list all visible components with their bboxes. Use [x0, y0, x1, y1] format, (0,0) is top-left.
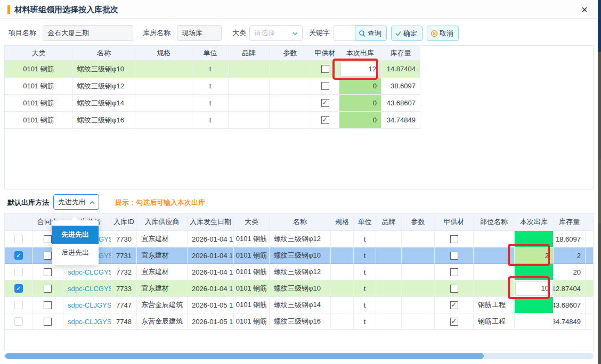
stock-cell: 38.6097	[381, 78, 420, 95]
category-select[interactable]: 请选择	[249, 25, 303, 41]
table-row[interactable]: sdpc-CLCGYSD2 7732 宜东建材 2026-01-04 1 010…	[5, 264, 594, 280]
owner-supplied-checkbox[interactable]	[321, 99, 329, 107]
stock-cell: 14.87404	[381, 61, 420, 78]
dialog-titlebar: 材料班组领用选择按入库批次 ✕	[0, 0, 598, 19]
table-row[interactable]: 0101 钢筋 螺纹三级钢φ14 t 0 43.68607	[5, 95, 420, 112]
col-header: 入库供应商	[137, 213, 188, 231]
outbound-qty-cell: 10	[515, 280, 554, 297]
contract-checkbox[interactable]	[44, 252, 52, 260]
warehouse-name-input[interactable]: 现场库	[177, 25, 222, 41]
spec-cell	[331, 313, 354, 330]
outbound-qty-cell: 12	[339, 61, 381, 78]
contract-checkbox[interactable]	[44, 318, 52, 326]
supplier-cell: 宜东建材	[137, 247, 188, 264]
order-no-link[interactable]: sdpc-CLJGYSD2	[63, 313, 111, 330]
owner-supplied-checkbox[interactable]	[450, 268, 458, 276]
order-no-link[interactable]: sdpc-CLCGYSD2	[63, 264, 111, 280]
outbound-qty-cell[interactable]: 0	[339, 112, 381, 129]
owner-supplied-checkbox[interactable]	[450, 235, 458, 243]
brand-cell	[376, 264, 402, 280]
col-header: 名称	[73, 46, 135, 61]
table-row[interactable]: sdpc-CLCGYSD2 7733 宜东建材 2026-01-04 1 010…	[5, 280, 594, 297]
outbound-qty-cell[interactable]: 0	[339, 95, 381, 112]
row-select-checkbox[interactable]	[14, 235, 23, 243]
owner-supplied-checkbox[interactable]	[321, 82, 329, 90]
category-cell: 0101 钢筋	[5, 112, 73, 129]
table-row[interactable]: sdpc-CLJGYSD2 7747 东营金辰建筑 2026-01-05 1 0…	[5, 297, 594, 313]
contract-cell	[33, 297, 63, 313]
outbound-qty-cell[interactable]: 2	[515, 247, 554, 264]
outbound-qty-input[interactable]: 12	[340, 62, 380, 77]
category-label: 大类	[232, 28, 246, 38]
outbound-qty-cell[interactable]	[515, 231, 554, 247]
date-cell: 2026-01-05 1	[188, 297, 234, 313]
tax-cell	[586, 247, 594, 264]
outbound-qty-cell[interactable]	[515, 264, 554, 280]
date-cell: 2026-01-04 1	[188, 280, 234, 297]
brand-cell	[229, 112, 270, 129]
owner-supplied-checkbox[interactable]	[450, 301, 458, 309]
name-cell: 螺纹三级钢φ10	[270, 280, 331, 297]
row-select-checkbox[interactable]	[14, 301, 23, 309]
outbound-qty-cell[interactable]	[515, 297, 554, 313]
part-cell: 钢筋工程	[474, 313, 515, 330]
cancel-button-label: 取消	[440, 26, 453, 40]
contract-checkbox[interactable]	[44, 285, 52, 293]
category-cell: 0101 钢筋	[234, 280, 270, 297]
owner-supplied-checkbox[interactable]	[321, 116, 329, 124]
horizontal-scrollbar[interactable]	[4, 353, 594, 359]
category-cell: 0101 钢筋	[234, 297, 270, 313]
default-method-select[interactable]: 先进先出	[53, 194, 99, 210]
query-button[interactable]: 查询	[355, 26, 387, 41]
owner-supplied-cell	[435, 247, 474, 264]
brand-cell	[229, 95, 270, 112]
spec-cell	[135, 95, 192, 112]
outbound-qty-cell[interactable]: 0	[339, 78, 381, 95]
order-no-link[interactable]: sdpc-CLJGYSD2	[63, 297, 111, 313]
brand-cell	[376, 280, 402, 297]
owner-supplied-checkbox[interactable]	[321, 65, 329, 73]
supplier-cell: 东营金辰建筑	[137, 313, 188, 330]
col-header: 单位	[354, 213, 376, 231]
row-select-checkbox[interactable]	[14, 268, 23, 276]
owner-supplied-checkbox[interactable]	[450, 285, 458, 293]
outbound-qty-input[interactable]: 10	[515, 281, 553, 296]
scrollbar-thumb[interactable]	[5, 353, 484, 359]
contract-checkbox[interactable]	[44, 235, 52, 243]
category-cell: 0101 钢筋	[234, 313, 270, 330]
contract-checkbox[interactable]	[44, 301, 52, 309]
contract-cell	[33, 313, 63, 330]
category-cell: 0101 钢筋	[5, 95, 73, 112]
confirm-button[interactable]: 确定	[391, 26, 423, 41]
dropdown-option-lifo[interactable]: 后进先出	[52, 244, 99, 262]
name-cell: 螺纹三级钢φ16	[73, 112, 135, 129]
param-cell	[402, 264, 435, 280]
owner-supplied-checkbox[interactable]	[450, 252, 458, 260]
project-name-input[interactable]: 金石大厦三期	[43, 25, 133, 41]
row-select-checkbox[interactable]	[14, 284, 23, 293]
table-row[interactable]: sdpc-CLJGYSD2 7748 东营金辰建筑 2026-01-05 1 0…	[5, 313, 594, 330]
col-header: 库存量	[554, 213, 586, 231]
table-row[interactable]: 0101 钢筋 螺纹三级钢φ12 t 0 38.6097	[5, 78, 420, 95]
col-header: 名称	[270, 213, 331, 231]
part-cell: 钢筋工程	[474, 297, 515, 313]
table-row[interactable]: 0101 钢筋 螺纹三级钢φ16 t 0 34.74849	[5, 112, 420, 129]
order-no-link[interactable]: sdpc-CLCGYSD2	[63, 280, 111, 297]
close-icon[interactable]: ✕	[579, 4, 590, 16]
owner-supplied-cell	[435, 280, 474, 297]
outbound-qty-cell[interactable]	[515, 313, 554, 330]
title-accent-bar	[7, 5, 10, 14]
category-cell: 0101 钢筋	[234, 247, 270, 264]
table-row[interactable]: 0101 钢筋 螺纹三级钢φ10 t 12 14.87404	[5, 61, 420, 78]
param-cell	[402, 280, 435, 297]
name-cell: 螺纹三级钢φ12	[270, 231, 331, 247]
cancel-button[interactable]: 取消	[427, 26, 459, 41]
owner-supplied-checkbox[interactable]	[450, 318, 458, 326]
row-select-checkbox[interactable]	[14, 251, 23, 260]
spec-cell	[331, 231, 354, 247]
summary-table-panel: 大类 名称 规格 单位 品牌 参数 甲供材 本次出库 库存量 0101 钢筋 螺…	[4, 45, 594, 189]
unit-cell: t	[354, 280, 376, 297]
contract-checkbox[interactable]	[44, 268, 52, 276]
row-select-checkbox[interactable]	[14, 317, 23, 326]
dropdown-option-fifo[interactable]: 先进先出	[52, 226, 99, 244]
